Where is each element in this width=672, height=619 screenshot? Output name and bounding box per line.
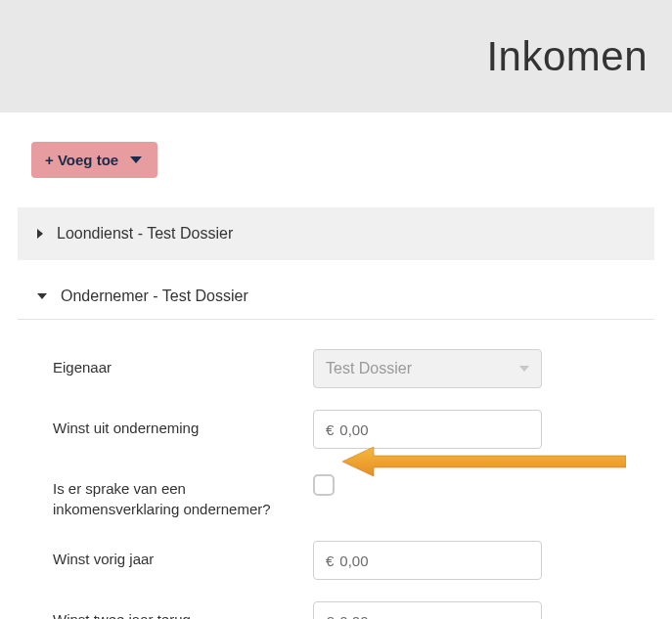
label-eigenaar: Eigenaar [53, 349, 313, 377]
currency-prefix: € [326, 613, 334, 620]
label-winst-onderneming: Winst uit onderneming [53, 410, 313, 438]
row-winst-onderneming: Winst uit onderneming € [53, 410, 654, 449]
select-eigenaar[interactable]: Test Dossier [313, 349, 542, 388]
input-winst-twee-jaar[interactable]: € [313, 601, 542, 619]
input-winst-vorig-jaar[interactable]: € [313, 541, 542, 580]
row-winst-vorig-jaar: Winst vorig jaar € [53, 541, 654, 580]
chevron-down-icon [130, 156, 142, 163]
checkbox-inkomensverklaring[interactable] [313, 474, 335, 496]
panel-ondernemer-title: Ondernemer - Test Dossier [61, 287, 248, 305]
input-winst-onderneming[interactable]: € [313, 410, 542, 449]
panel-loondienst[interactable]: Loondienst - Test Dossier [18, 207, 654, 260]
row-eigenaar: Eigenaar Test Dossier [53, 349, 654, 388]
add-button-label: + Voeg toe [45, 152, 118, 168]
add-button[interactable]: + Voeg toe [31, 142, 157, 178]
page-header: Inkomen [0, 0, 672, 112]
panel-ondernemer[interactable]: Ondernemer - Test Dossier [18, 270, 654, 320]
page-title: Inkomen [486, 33, 648, 80]
panel-loondienst-title: Loondienst - Test Dossier [57, 225, 233, 243]
content-area: + Voeg toe Loondienst - Test Dossier Ond… [0, 112, 672, 619]
input-winst-twee-jaar-field[interactable] [339, 613, 529, 620]
label-winst-vorig-jaar: Winst vorig jaar [53, 541, 313, 569]
currency-prefix: € [326, 421, 334, 438]
caret-right-icon [37, 229, 43, 239]
select-eigenaar-value: Test Dossier [326, 360, 412, 377]
row-inkomensverklaring: Is er sprake van een inkomensverklaring … [53, 470, 654, 519]
input-winst-vorig-jaar-field[interactable] [339, 553, 529, 569]
label-inkomensverklaring: Is er sprake van een inkomensverklaring … [53, 470, 313, 519]
form-ondernemer: Eigenaar Test Dossier Winst uit ondernem… [18, 320, 654, 619]
label-winst-twee-jaar: Winst twee jaar terug [53, 601, 313, 619]
caret-down-icon [37, 293, 47, 299]
input-winst-onderneming-field[interactable] [339, 421, 529, 438]
chevron-down-icon [519, 366, 529, 372]
currency-prefix: € [326, 553, 334, 569]
row-winst-twee-jaar: Winst twee jaar terug € [53, 601, 654, 619]
